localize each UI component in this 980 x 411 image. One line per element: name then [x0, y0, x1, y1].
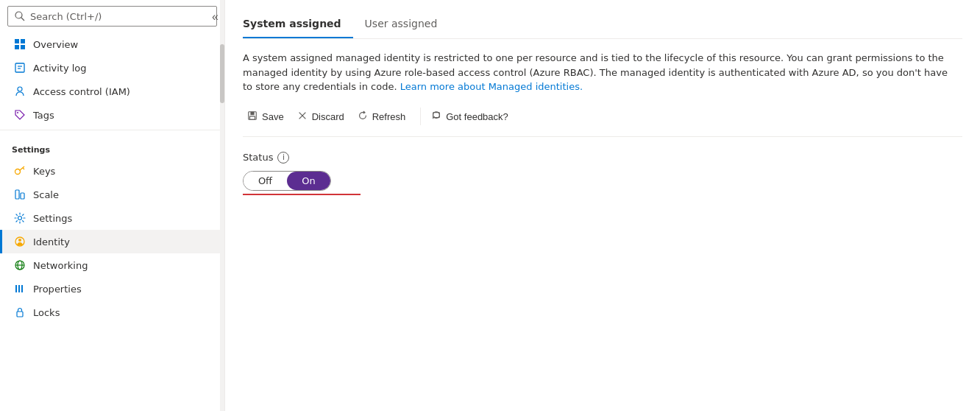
status-label-row: Status i	[243, 152, 962, 164]
toolbar-divider	[420, 108, 421, 125]
search-icon	[14, 10, 26, 22]
sidebar-item-locks[interactable]: Locks	[0, 301, 224, 324]
refresh-icon	[358, 110, 368, 123]
sidebar-item-overview[interactable]: Overview	[0, 32, 224, 56]
svg-rect-14	[15, 190, 19, 199]
tab-bar: System assigned User assigned	[243, 12, 962, 39]
overview-icon	[14, 38, 26, 50]
main-content: System assigned User assigned A system a…	[225, 0, 980, 411]
description-text: A system assigned managed identity is re…	[243, 51, 949, 94]
svg-rect-15	[21, 193, 24, 199]
feedback-icon	[431, 110, 441, 123]
save-icon	[247, 110, 258, 123]
identity-icon	[14, 236, 26, 247]
svg-rect-25	[17, 312, 23, 317]
access-control-icon	[14, 85, 26, 97]
tab-user-assigned[interactable]: User assigned	[365, 12, 450, 38]
svg-point-0	[15, 12, 22, 18]
svg-rect-27	[250, 111, 254, 114]
settings-section-label: Settings	[0, 133, 224, 159]
tags-icon	[14, 109, 26, 121]
scale-label: Scale	[33, 189, 59, 200]
toggle-container: Off On	[243, 171, 962, 191]
svg-rect-2	[15, 39, 19, 43]
discard-button[interactable]: Discard	[293, 106, 353, 127]
search-box[interactable]: Search (Ctrl+/)	[7, 6, 217, 27]
status-section: Status i Off On	[243, 152, 962, 195]
refresh-button[interactable]: Refresh	[353, 106, 415, 127]
search-placeholder: Search (Ctrl+/)	[30, 11, 102, 22]
access-control-label: Access control (IAM)	[33, 86, 130, 97]
svg-point-18	[18, 239, 21, 242]
settings-divider	[0, 130, 224, 130]
learn-more-link[interactable]: Learn more about Managed identities.	[400, 81, 583, 92]
sidebar-item-keys[interactable]: Keys	[0, 159, 224, 183]
activity-log-icon	[14, 62, 26, 74]
sidebar: Search (Ctrl+/) « Overview Activity log	[0, 0, 225, 411]
status-toggle[interactable]: Off On	[243, 171, 331, 191]
keys-icon	[14, 165, 26, 177]
keys-label: Keys	[33, 166, 55, 177]
svg-rect-5	[21, 45, 25, 49]
tab-system-assigned[interactable]: System assigned	[243, 12, 353, 38]
sidebar-scrollbar-thumb[interactable]	[220, 44, 224, 103]
toolbar: Save Discard Refresh	[243, 106, 962, 137]
svg-rect-6	[15, 63, 24, 72]
svg-line-13	[23, 168, 24, 169]
settings-label: Settings	[33, 213, 72, 224]
toggle-off-option[interactable]: Off	[244, 172, 287, 190]
sidebar-item-access-control[interactable]: Access control (IAM)	[0, 80, 224, 103]
scale-icon	[14, 189, 26, 200]
properties-icon	[14, 283, 26, 295]
svg-rect-3	[21, 39, 25, 43]
discard-icon	[297, 110, 308, 123]
networking-icon	[14, 259, 26, 271]
activity-log-label: Activity log	[33, 63, 87, 74]
properties-label: Properties	[33, 284, 82, 295]
svg-line-1	[21, 18, 24, 21]
settings-icon	[14, 212, 26, 224]
sidebar-item-identity[interactable]: Identity	[0, 230, 224, 253]
toggle-underline	[243, 194, 361, 195]
locks-icon	[14, 306, 26, 318]
sidebar-item-tags[interactable]: Tags	[0, 103, 224, 127]
svg-rect-24	[21, 285, 23, 292]
sidebar-item-activity-log[interactable]: Activity log	[0, 56, 224, 80]
save-button[interactable]: Save	[243, 106, 293, 127]
sidebar-scrollbar-track	[220, 0, 224, 411]
locks-label: Locks	[33, 307, 60, 318]
svg-rect-28	[250, 116, 255, 119]
svg-rect-22	[15, 285, 17, 292]
sidebar-item-scale[interactable]: Scale	[0, 183, 224, 206]
identity-label: Identity	[33, 236, 70, 247]
svg-rect-4	[15, 45, 19, 49]
toggle-on-option[interactable]: On	[287, 172, 330, 190]
sidebar-item-networking[interactable]: Networking	[0, 253, 224, 277]
feedback-button[interactable]: Got feedback?	[427, 106, 517, 127]
svg-point-9	[18, 87, 22, 91]
sidebar-item-settings[interactable]: Settings	[0, 206, 224, 230]
overview-label: Overview	[33, 39, 78, 50]
svg-rect-23	[18, 285, 20, 292]
svg-point-10	[17, 112, 18, 113]
status-info-icon[interactable]: i	[277, 152, 289, 164]
svg-point-16	[18, 217, 22, 220]
tags-label: Tags	[33, 110, 54, 121]
svg-point-11	[15, 169, 21, 175]
sidebar-item-properties[interactable]: Properties	[0, 277, 224, 301]
networking-label: Networking	[33, 260, 88, 271]
